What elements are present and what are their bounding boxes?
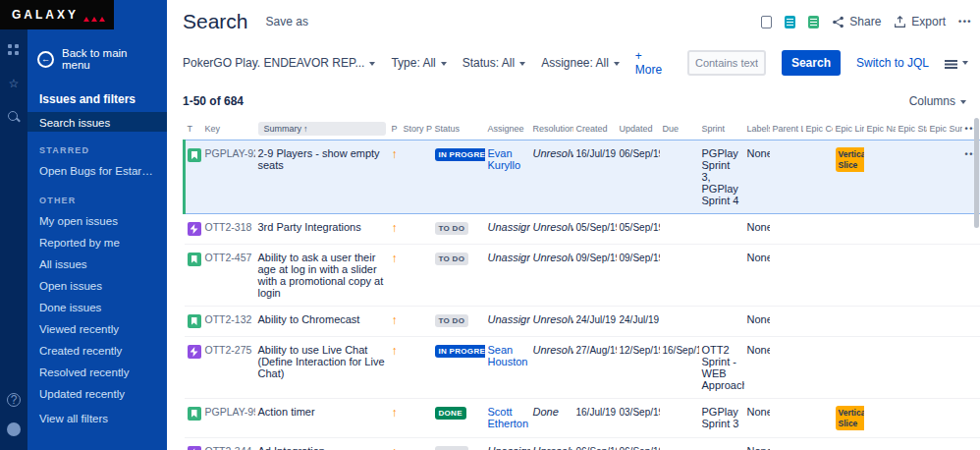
column-header-epic-link[interactable]: Epic Link xyxy=(833,118,864,141)
project-filter-dropdown[interactable]: PokerGO Play. ENDEAVOR REP... xyxy=(183,56,375,70)
sidebar-item[interactable]: Done issues xyxy=(27,297,167,318)
cell-summary[interactable]: Ability to ask a user their age at log i… xyxy=(255,245,389,307)
cell-story-points xyxy=(401,245,432,307)
priority-up-icon: ↑ xyxy=(392,313,398,327)
search-icon[interactable] xyxy=(7,110,21,124)
cell-issue-type xyxy=(185,245,202,307)
column-header-assignee[interactable]: Assignee xyxy=(485,118,530,141)
view-switcher-button[interactable] xyxy=(945,57,968,69)
cell-created: 27/Aug/19 xyxy=(573,337,617,399)
table-row[interactable]: OTT2-275Ability to use Live Chat (Define… xyxy=(185,337,980,399)
sidebar-item[interactable]: Open issues xyxy=(27,275,167,297)
column-header-t[interactable]: T xyxy=(185,118,202,141)
table-row[interactable]: OTT2-344Ad Integration↑TO DOUnassignedUn… xyxy=(185,438,980,450)
cell-key[interactable]: OTT2-132 xyxy=(202,307,255,337)
filter-bar: PokerGO Play. ENDEAVOR REP... Type: All … xyxy=(183,49,972,77)
column-header-resolution[interactable]: Resolution xyxy=(530,118,573,141)
cell-key[interactable]: OTT2-344 xyxy=(202,438,255,450)
cell-parent-link xyxy=(770,307,803,337)
cell-key[interactable]: OTT2-275 xyxy=(202,337,255,399)
column-header-epic-name[interactable]: Epic Name xyxy=(864,118,896,141)
epic-link-tag[interactable]: Vertical Slice xyxy=(836,147,864,172)
cell-key[interactable]: PGPLAY-92 xyxy=(202,141,255,214)
table-row[interactable]: PGPLAY-922-9 Players - show empty seats↑… xyxy=(185,141,980,214)
starred-label: STARRED xyxy=(27,132,167,160)
sidebar-item[interactable]: Created recently xyxy=(27,340,167,362)
export-button[interactable]: Export xyxy=(894,15,946,28)
cell-summary[interactable]: 3rd Party Integrations xyxy=(255,214,389,245)
other-label: OTHER xyxy=(27,182,167,210)
cell-summary[interactable]: Action timer xyxy=(255,399,389,438)
table-row[interactable]: OTT2-132Ability to Chromecast↑TO DOUnass… xyxy=(185,307,980,337)
status-filter-dropdown[interactable]: Status: All xyxy=(463,56,525,70)
cell-labels: None xyxy=(744,337,770,399)
column-header-updated[interactable]: Updated xyxy=(617,118,660,141)
column-header-epic-status[interactable]: Epic Status xyxy=(896,118,927,141)
column-header-status[interactable]: Status xyxy=(432,118,485,141)
search-button[interactable]: Search xyxy=(782,50,841,76)
column-header-story-points[interactable]: Story Points xyxy=(401,118,432,141)
app-switcher-icon[interactable] xyxy=(7,43,21,57)
sidebar-item[interactable]: Viewed recently xyxy=(27,318,167,340)
cell-assignee[interactable]: Scott Etherton xyxy=(485,399,530,438)
column-header-due[interactable]: Due xyxy=(660,118,699,141)
column-header-epic-color[interactable]: Epic Color xyxy=(803,118,833,141)
sidebar-section-issues-and-filters[interactable]: Issues and filters xyxy=(27,84,167,112)
column-header-parent-link[interactable]: Parent Link xyxy=(770,118,803,141)
copy-pages-icon[interactable] xyxy=(761,16,772,28)
sidebar-item-search-issues[interactable]: Search issues xyxy=(27,112,167,132)
switch-to-jql-link[interactable]: Switch to JQL xyxy=(856,56,929,70)
assignee-filter-dropdown[interactable]: Assignee: All xyxy=(541,56,620,70)
table-row[interactable]: OTT2-457Ability to ask a user their age … xyxy=(185,245,980,307)
star-icon[interactable]: ☆ xyxy=(7,77,21,90)
table-row[interactable]: PGPLAY-99Action timer↑DONEScott Etherton… xyxy=(185,399,980,438)
save-as-link[interactable]: Save as xyxy=(266,15,308,28)
sidebar-item[interactable]: Open Bugs for Estars as of 4... xyxy=(27,160,167,182)
column-header-created[interactable]: Created xyxy=(573,118,617,141)
cell-key[interactable]: OTT2-457 xyxy=(202,245,255,307)
column-header-summary[interactable]: Summary↑ xyxy=(255,118,389,141)
sidebar-item[interactable]: Updated recently xyxy=(27,383,167,405)
help-icon[interactable]: ? xyxy=(7,393,21,407)
cell-epic-summary xyxy=(927,214,962,245)
sidebar-item[interactable]: All issues xyxy=(27,253,167,275)
cell-summary[interactable]: 2-9 Players - show empty seats xyxy=(255,141,389,214)
cell-assignee[interactable]: Evan Kuryllo xyxy=(485,141,530,214)
cell-resolution: Unresolved xyxy=(530,438,573,450)
cell-status: DONE xyxy=(432,399,485,438)
column-header-key[interactable]: Key xyxy=(202,118,255,141)
type-filter-dropdown[interactable]: Type: All xyxy=(391,56,446,70)
contains-text-input[interactable] xyxy=(687,50,766,76)
sheets-app-icon[interactable] xyxy=(785,16,795,28)
share-button[interactable]: Share xyxy=(832,15,881,28)
cell-labels: None xyxy=(744,214,770,245)
vertical-scrollbar[interactable] xyxy=(974,118,979,228)
column-header-p[interactable]: P xyxy=(389,118,401,141)
epic-link-tag[interactable]: Vertical Slice xyxy=(836,406,864,430)
table-row[interactable]: OTT2-3183rd Party Integrations↑TO DOUnas… xyxy=(185,214,980,245)
column-header-sprint[interactable]: Sprint xyxy=(699,118,744,141)
columns-button[interactable]: Columns xyxy=(909,94,966,108)
column-header-epic-summary[interactable]: Epic Summary xyxy=(927,118,962,141)
cell-epic-link[interactable]: Vertical Slice xyxy=(833,141,864,214)
cell-summary[interactable]: Ad Integration xyxy=(255,438,389,450)
sidebar-item[interactable]: My open issues xyxy=(27,210,167,232)
cell-key[interactable]: OTT2-318 xyxy=(202,214,255,245)
cell-summary[interactable]: Ability to Chromecast xyxy=(255,307,389,337)
more-actions-icon[interactable]: ••• xyxy=(958,17,972,27)
cell-assignee[interactable]: Sean Houston xyxy=(485,337,530,399)
cell-summary[interactable]: Ability to use Live Chat (Define Interac… xyxy=(255,337,389,399)
cell-assignee: Unassigned xyxy=(485,245,530,307)
sidebar-item[interactable]: Reported by me xyxy=(27,232,167,253)
back-to-main-menu[interactable]: ← Back to main menu xyxy=(27,39,167,84)
view-all-filters-link[interactable]: View all filters xyxy=(27,405,167,450)
export-doc-icon[interactable] xyxy=(808,16,819,28)
type-filter-label: Type: All xyxy=(391,56,435,70)
profile-avatar[interactable] xyxy=(7,422,21,436)
more-filters-button[interactable]: + More xyxy=(635,49,672,77)
column-header-labels[interactable]: Labels xyxy=(744,118,770,141)
sidebar-item[interactable]: Resolved recently xyxy=(27,362,167,383)
cell-epic-link[interactable]: Vertical Slice xyxy=(833,399,864,438)
cell-epic-name xyxy=(864,399,896,438)
cell-key[interactable]: PGPLAY-99 xyxy=(202,399,255,438)
